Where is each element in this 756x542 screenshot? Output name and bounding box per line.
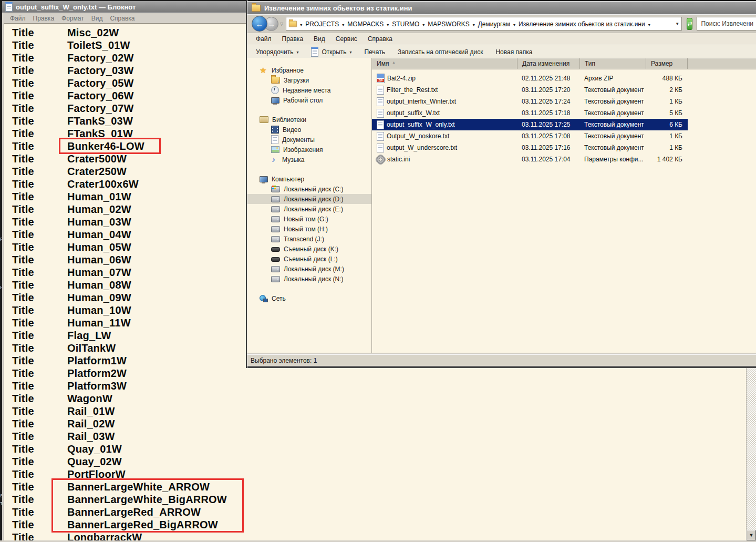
breadcrumb-item[interactable]: PROJECTS	[305, 21, 339, 28]
toolbar-button[interactable]: Открыть▾	[311, 47, 351, 57]
file-type-cell: Параметры конфи...	[580, 154, 646, 165]
explorer-menu-Сервис[interactable]: Сервис	[330, 34, 363, 44]
sidebar-item-label: Transcend (J:)	[284, 236, 324, 243]
breadcrumb-item[interactable]: MGMPACKS	[347, 21, 384, 28]
line-key: Title	[12, 228, 67, 241]
sidebar-item[interactable]: Документы	[247, 135, 371, 145]
column-header-name[interactable]: Имя▴	[372, 58, 517, 69]
sidebar-item[interactable]: Недавние места	[247, 85, 371, 95]
drive-icon	[271, 216, 280, 222]
line-key: Title	[12, 291, 67, 304]
file-name: output_interfix_Winter.txt	[387, 98, 456, 105]
address-dropdown-icon[interactable]: ▼	[675, 22, 679, 26]
explorer-titlebar[interactable]: Извлечение зимних обьектов из статик.ини	[247, 1, 756, 15]
line-value: OilTankW	[67, 342, 116, 354]
sidebar-item[interactable]: Локальный диск (C:)	[247, 184, 371, 194]
sidebar-section-library[interactable]: Библиотеки	[247, 115, 371, 125]
line-value: Human_09W	[67, 292, 131, 303]
sidebar-item[interactable]: Съемный диск (L:)	[247, 254, 371, 264]
notepad-menu-Вид[interactable]: Вид	[88, 14, 107, 23]
sidebar-item-label: Рабочий стол	[283, 97, 323, 104]
sidebar-section-star[interactable]: Избранное	[247, 65, 371, 75]
nav-gap	[247, 165, 371, 174]
toolbar-button[interactable]: Упорядочить▾	[256, 48, 298, 56]
breadcrumb-item[interactable]: STURMO	[391, 21, 420, 28]
recent-icon	[271, 86, 279, 94]
history-chevron-icon[interactable]: ▽	[280, 22, 283, 26]
scroll-down-button[interactable]: ▼	[747, 530, 756, 540]
notepad-menu-Формат[interactable]: Формат	[58, 14, 88, 23]
notepad-menu-Правка[interactable]: Правка	[29, 14, 58, 23]
file-date-cell: 03.11.2025 17:18	[517, 107, 580, 119]
line-value: Rail_02W	[67, 418, 115, 429]
sidebar-item[interactable]: Локальный диск (E:)	[247, 204, 371, 214]
file-row[interactable]: output_suffix_W.txt03.11.2025 17:18Текст…	[372, 107, 756, 119]
back-button[interactable]: ←	[252, 16, 267, 32]
line-key: Title	[12, 39, 67, 52]
file-type-cell: Текстовый документ	[580, 84, 646, 96]
sidebar-item[interactable]: Новый том (H:)	[247, 224, 371, 234]
file-type-cell: Текстовый документ	[580, 96, 646, 107]
sidebar-item[interactable]: Локальный диск (D:)	[247, 194, 371, 204]
explorer-menu-Справка[interactable]: Справка	[363, 34, 398, 44]
sidebar-item[interactable]: Видео	[247, 125, 371, 135]
line-key: Title	[12, 216, 67, 228]
sidebar-section-monitor[interactable]: Компьютер	[247, 174, 371, 184]
notepad-line: TitleQuay_02W	[4, 455, 756, 468]
line-value: Platform3W	[67, 380, 127, 392]
sidebar-item[interactable]: Новый том (G:)	[247, 214, 371, 224]
column-header-label: Имя	[377, 60, 389, 67]
column-header-size[interactable]: Размер	[646, 58, 688, 69]
breadcrumb-item[interactable]: MAPSWORKS	[427, 21, 470, 28]
file-row[interactable]: output_suffix_W_only.txt03.11.2025 17:25…	[372, 119, 756, 130]
notepad-menu-Файл[interactable]: Файл	[6, 14, 29, 23]
search-input[interactable]	[697, 17, 756, 30]
explorer-menu-Файл[interactable]: Файл	[251, 34, 277, 44]
breadcrumb-separator-icon: ▾	[422, 23, 424, 27]
sidebar-item[interactable]: Локальный диск (M:)	[247, 264, 371, 274]
explorer-menu-Правка[interactable]: Правка	[277, 34, 309, 44]
desktop: output_suffix_W_only.txt — Блокнот ФайлП…	[0, 0, 756, 542]
folder-icon	[252, 5, 261, 12]
address-field[interactable]: ▾PROJECTS▾MGMPACKS▾STURMO▾MAPSWORKS▾Деми…	[286, 17, 682, 30]
sidebar-item[interactable]: Локальный диск (N:)	[247, 274, 371, 284]
sidebar-item[interactable]: Изображения	[247, 145, 371, 155]
breadcrumb-separator-icon: ▾	[513, 23, 515, 27]
column-header-date[interactable]: Дата изменения	[517, 58, 580, 69]
column-header-type[interactable]: Тип	[580, 58, 646, 69]
statusbar-text: Выбрано элементов: 1	[251, 357, 317, 364]
sidebar-section-label: Избранное	[272, 67, 304, 74]
sidebar-section-network[interactable]: Сеть	[247, 293, 371, 303]
breadcrumb-item[interactable]: Демиургам	[478, 21, 511, 28]
file-size-cell: 2 КБ	[646, 84, 688, 96]
file-row[interactable]: output_interfix_Winter.txt03.11.2025 17:…	[372, 96, 756, 107]
toolbar-button-label: Записать на оптический диск	[398, 48, 483, 56]
file-row[interactable]: Filter_the_Rest.txt03.11.2025 17:20Текст…	[372, 84, 756, 96]
toolbar-button[interactable]: Новая папка	[495, 48, 532, 56]
toolbar-button[interactable]: Записать на оптический диск	[398, 48, 483, 56]
sidebar-item[interactable]: Музыка	[247, 155, 371, 165]
file-date-cell: 03.11.2025 17:24	[517, 96, 580, 107]
sidebar-section-label: Библиотеки	[272, 116, 306, 124]
file-row[interactable]: output_W_underscore.txt03.11.2025 17:16Т…	[372, 142, 756, 154]
drive-dark-icon	[271, 247, 280, 252]
file-row[interactable]: Output_W_noskore.txt03.11.2025 17:08Текс…	[372, 130, 756, 142]
sidebar-item[interactable]: Съемный диск (K:)	[247, 244, 371, 254]
notepad-line: TitleBannerLargeWhite_BigARROW	[4, 493, 756, 506]
address-folder-icon	[289, 21, 297, 27]
line-value: BannerLargeWhite_BigARROW	[67, 494, 227, 505]
notepad-menu-Справка[interactable]: Справка	[106, 14, 138, 23]
file-row[interactable]: static.ini03.11.2025 17:04Параметры конф…	[372, 154, 756, 165]
refresh-button[interactable]: ⇄	[687, 18, 692, 30]
column-header-label: Тип	[585, 60, 595, 67]
toolbar-button[interactable]: Печать	[365, 48, 385, 56]
file-name: output_suffix_W.txt	[387, 109, 440, 117]
breadcrumb-item[interactable]: Извлечение зимних обьектов из статик.ини	[518, 21, 646, 28]
file-row[interactable]: Bat2-4.zip02.11.2025 21:48Архив ZIP488 К…	[372, 73, 756, 84]
sidebar-item[interactable]: Transcend (J:)	[247, 234, 371, 244]
column-header-filler	[688, 58, 756, 69]
sidebar-item[interactable]: Загрузки	[247, 75, 371, 85]
line-value: Rail_01W	[67, 405, 115, 417]
explorer-menu-Вид[interactable]: Вид	[308, 34, 330, 44]
sidebar-item[interactable]: Рабочий стол	[247, 95, 371, 105]
